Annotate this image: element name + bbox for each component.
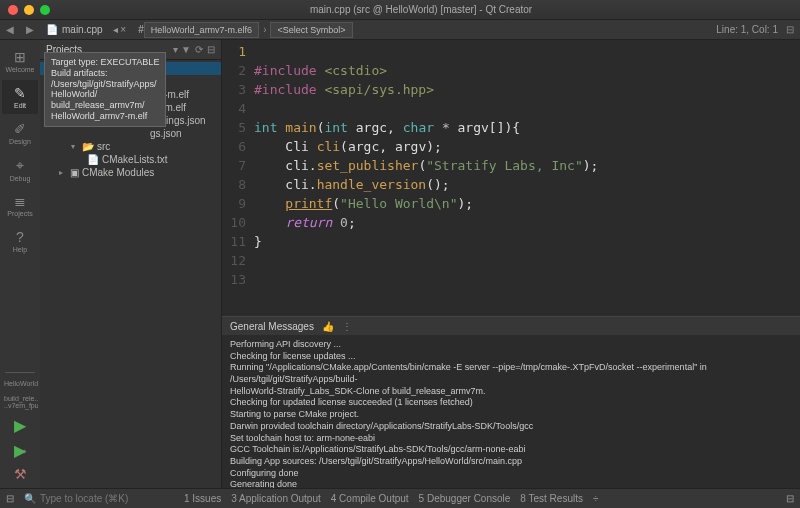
- project-label[interactable]: HelloWorld: [2, 377, 38, 390]
- run-button[interactable]: ▶: [12, 414, 28, 437]
- design-icon: ✐: [14, 121, 26, 137]
- log-line: HelloWorld-Stratify_Labs_SDK-Clone of bu…: [230, 386, 792, 398]
- run-debug-button[interactable]: ▶⌖: [12, 439, 28, 462]
- module-icon: ▣: [70, 167, 79, 178]
- filter-icon[interactable]: ▾ ▼: [173, 44, 191, 55]
- mode-help[interactable]: ?Help: [2, 224, 38, 258]
- symbol-selector[interactable]: <Select Symbol>: [270, 22, 352, 38]
- locator[interactable]: 🔍 Type to locate (⌘K): [24, 493, 174, 504]
- build-button[interactable]: ⚒: [12, 464, 29, 484]
- log-line: Starting to parse CMake project.: [230, 409, 792, 421]
- search-icon: 🔍: [24, 493, 36, 504]
- status-issues[interactable]: 1 Issues: [184, 493, 221, 504]
- close-panel-icon[interactable]: ⊟: [786, 493, 794, 504]
- debug-icon: ⌖: [16, 157, 24, 174]
- log-line: Configuring done: [230, 468, 792, 480]
- mode-sidebar: ⊞Welcome ✎Edit ✐Design ⌖Debug ≣Projects …: [0, 40, 40, 488]
- sidebar-toggle-icon[interactable]: ⊟: [786, 24, 800, 35]
- folder-icon: 📂: [82, 141, 94, 152]
- close-window-icon[interactable]: [8, 5, 18, 15]
- log-line: Set toolchain host to: arm-none-eabi: [230, 433, 792, 445]
- messages-title[interactable]: General Messages: [230, 321, 314, 332]
- menu-icon[interactable]: ⋮: [342, 321, 352, 332]
- panes-icon[interactable]: ⊟: [6, 493, 14, 504]
- mode-debug[interactable]: ⌖Debug: [2, 152, 38, 186]
- editor-area: 12345678910111213 #include <cstdio> #inc…: [222, 40, 800, 488]
- mode-projects[interactable]: ≣Projects: [2, 188, 38, 222]
- chevron-icon[interactable]: ÷: [593, 493, 599, 504]
- config-label[interactable]: build_rele... ..v7em_fpu: [2, 392, 38, 412]
- split-icon[interactable]: ⊟: [207, 44, 215, 55]
- separator: [5, 372, 35, 373]
- file-tab-label: main.cpp: [62, 24, 103, 35]
- log-line: Performing API discovery ...: [230, 339, 792, 351]
- status-bar: ⊟ 🔍 Type to locate (⌘K) 1 Issues 3 Appli…: [0, 488, 800, 508]
- nav-dropdown-icon[interactable]: ◂ ×: [109, 24, 131, 35]
- log-line: Checking for license updates ...: [230, 351, 792, 363]
- mode-design[interactable]: ✐Design: [2, 116, 38, 150]
- messages-log[interactable]: Performing API discovery ...Checking for…: [222, 335, 800, 488]
- status-tests[interactable]: 8 Test Results: [520, 493, 583, 504]
- window-title: main.cpp (src @ HelloWorld) [master] - Q…: [50, 4, 792, 15]
- help-icon: ?: [16, 229, 24, 245]
- cursor-position: Line: 1, Col: 1: [716, 24, 786, 35]
- mode-welcome[interactable]: ⊞Welcome: [2, 44, 38, 78]
- kit-selector[interactable]: HelloWorld_armv7-m.elf6: [144, 22, 259, 38]
- status-app-output[interactable]: 3 Application Output: [231, 493, 321, 504]
- log-line: Darwin provided toolchain directory/Appl…: [230, 421, 792, 433]
- chevron-right-icon: ›: [259, 24, 270, 35]
- file-tab[interactable]: 📄 main.cpp: [40, 24, 109, 35]
- log-line: GCC Toolchain is:/Applications/StratifyL…: [230, 444, 792, 456]
- projects-icon: ≣: [14, 193, 26, 209]
- welcome-icon: ⊞: [14, 49, 26, 65]
- tree-item[interactable]: gs.json: [40, 127, 221, 140]
- code-text[interactable]: #include <cstdio> #include <sapi/sys.hpp…: [254, 42, 800, 316]
- line-gutter: 12345678910111213: [222, 42, 254, 316]
- log-line: Running "/Applications/CMake.app/Content…: [230, 362, 792, 385]
- file-icon: 📄: [46, 24, 58, 35]
- log-line: Building App sources: /Users/tgil/git/St…: [230, 456, 792, 468]
- log-line: Generating done: [230, 479, 792, 488]
- log-line: Checking for updated license succeeded (…: [230, 397, 792, 409]
- traffic-lights: [8, 5, 50, 15]
- edit-icon: ✎: [14, 85, 26, 101]
- minimize-window-icon[interactable]: [24, 5, 34, 15]
- mode-edit[interactable]: ✎Edit: [2, 80, 38, 114]
- status-compile-output[interactable]: 4 Compile Output: [331, 493, 409, 504]
- tree-item[interactable]: ▸▣CMake Modules: [40, 166, 221, 179]
- nav-back-icon[interactable]: ◀: [0, 24, 20, 35]
- code-editor[interactable]: 12345678910111213 #include <cstdio> #inc…: [222, 40, 800, 316]
- tooltip: Target type: EXECUTABLE Build artifacts:…: [44, 52, 166, 127]
- status-debugger[interactable]: 5 Debugger Console: [419, 493, 511, 504]
- file-icon: 📄: [87, 154, 99, 165]
- window-titlebar: main.cpp (src @ HelloWorld) [master] - Q…: [0, 0, 800, 20]
- nav-fwd-icon[interactable]: ▶: [20, 24, 40, 35]
- tree-item[interactable]: ▾📂src: [40, 140, 221, 153]
- tree-item[interactable]: 📄CMakeLists.txt: [40, 153, 221, 166]
- sync-icon[interactable]: ⟳: [195, 44, 203, 55]
- editor-topbar: ◀ ▶ 📄 main.cpp ◂ × # HelloWorld_armv7-m.…: [0, 20, 800, 40]
- messages-panel: General Messages 👍 ⋮ Performing API disc…: [222, 316, 800, 488]
- maximize-window-icon[interactable]: [40, 5, 50, 15]
- thumbs-up-icon[interactable]: 👍: [322, 321, 334, 332]
